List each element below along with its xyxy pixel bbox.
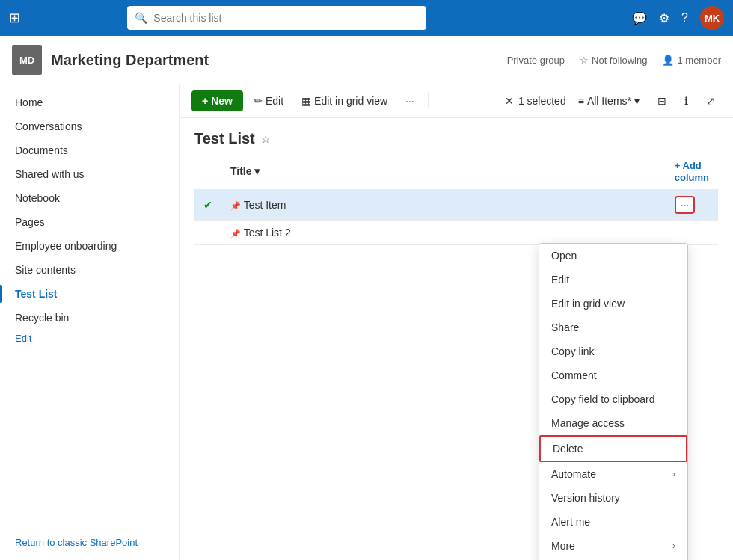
sidebar-item-recycle-bin[interactable]: Recycle bin [0,306,179,330]
edit-button[interactable]: ✏ Edit [246,90,291,111]
list-header: Test List ☆ [180,118,733,153]
sidebar-item-site-contents[interactable]: Site contents [0,258,179,282]
left-nav: Home Conversations Documents Shared with… [0,84,180,560]
menu-item-comment[interactable]: Comment [539,363,687,387]
row-title-cell: 📌 Test Item [221,190,666,221]
col-add[interactable]: + Add column [666,153,718,190]
new-button[interactable]: + New [191,90,243,111]
search-input[interactable] [153,12,419,24]
row-actions-cell: ··· [666,190,718,221]
menu-item-automate[interactable]: Automate › [539,462,687,486]
pin-icon: 📌 [230,229,241,238]
sidebar-item-documents[interactable]: Documents [0,138,179,162]
menu-item-open[interactable]: Open [539,244,687,268]
star-icon: ☆ [580,55,589,66]
edit-icon: ✏ [254,95,263,107]
site-logo: MD [12,45,42,75]
more-toolbar-button[interactable]: ··· [398,90,422,111]
expand-icon: ⤢ [706,95,715,107]
close-selected-icon[interactable]: ✕ [505,95,514,107]
sidebar-item-pages[interactable]: Pages [0,210,179,234]
view-icon: ≡ [578,95,584,107]
fullscreen-button[interactable]: ⤢ [700,92,721,110]
edit-grid-button[interactable]: ▦ Edit in grid view [294,90,395,111]
sidebar-item-shared[interactable]: Shared with us [0,162,179,186]
context-menu: Open Edit Edit in grid view Share Copy l… [539,243,688,560]
sidebar-item-home[interactable]: Home [0,90,179,114]
menu-item-copy-link[interactable]: Copy link [539,339,687,363]
main-layout: Home Conversations Documents Shared with… [0,84,733,560]
menu-item-alert-me[interactable]: Alert me [539,510,687,534]
toolbar-separator [428,93,429,108]
list-table: Title ▾ + Add column ✔ 📌 [194,153,718,245]
chat-icon[interactable]: 💬 [632,11,647,25]
sort-icon: ▾ [254,165,260,177]
filter-icon: ⊟ [657,95,666,107]
member-count: 👤 1 member [662,55,721,66]
search-box: 🔍 [127,6,426,30]
sidebar-item-conversations[interactable]: Conversations [0,114,179,138]
grid-icon: ▦ [301,95,311,107]
info-button[interactable]: ℹ [678,92,694,110]
avatar[interactable]: MK [700,6,724,30]
top-bar-right: 💬 ⚙ ? MK [632,6,724,30]
nav-edit-link[interactable]: Edit [0,330,179,347]
waffle-icon[interactable]: ⊞ [9,10,20,26]
toolbar: + New ✏ Edit ▦ Edit in grid view ··· ✕ 1… [180,84,733,118]
menu-item-delete[interactable]: Delete [539,435,687,462]
chevron-right-icon: › [672,469,675,479]
help-icon[interactable]: ? [681,11,688,25]
info-icon: ℹ [684,95,688,107]
toolbar-right: ✕ 1 selected ≡ All Items* ▾ ⊟ ℹ ⤢ [505,92,721,110]
check-icon: ✔ [203,199,212,211]
return-classic-link[interactable]: Return to classic SharePoint [0,531,179,554]
row-checkbox-cell[interactable] [194,221,221,245]
col-title[interactable]: Title ▾ [221,153,666,190]
pin-icon: 📌 [230,201,241,210]
row-title-cell: 📌 Test List 2 [221,221,666,245]
all-items-button[interactable]: ≡ All Items* ▾ [572,92,645,110]
filter-button[interactable]: ⊟ [651,92,672,110]
chevron-down-icon: ▾ [634,95,640,107]
menu-item-version-history[interactable]: Version history [539,486,687,510]
chevron-right-icon: › [672,541,675,551]
private-group-label: Private group [507,55,565,66]
site-header: MD Marketing Department Private group ☆ … [0,36,733,84]
following-status[interactable]: ☆ Not following [580,55,647,66]
content-area: + New ✏ Edit ▦ Edit in grid view ··· ✕ 1… [180,84,733,560]
row-checkbox-cell[interactable]: ✔ [194,190,221,221]
table-row: ✔ 📌 Test Item ··· [194,190,718,221]
sidebar-item-test-list[interactable]: Test List [0,282,179,306]
favorite-icon[interactable]: ☆ [261,133,271,145]
menu-item-share[interactable]: Share [539,316,687,339]
site-meta: Private group ☆ Not following 👤 1 member [507,55,721,66]
selected-badge: ✕ 1 selected [505,95,566,107]
row-actions-cell [666,221,718,245]
site-title: Marketing Department [51,52,209,69]
person-icon: 👤 [662,55,674,66]
sidebar-item-notebook[interactable]: Notebook [0,186,179,210]
page-title: Test List [194,130,255,147]
plus-icon: + [202,95,208,107]
menu-item-more[interactable]: More › [539,534,687,558]
menu-item-manage-access[interactable]: Manage access [539,411,687,435]
top-bar: ⊞ 🔍 💬 ⚙ ? MK [0,0,733,36]
menu-item-edit[interactable]: Edit [539,268,687,292]
menu-item-copy-field[interactable]: Copy field to clipboard [539,387,687,411]
row-actions-button[interactable]: ··· [675,196,696,214]
table-area: Title ▾ + Add column ✔ 📌 [180,153,733,560]
col-check [194,153,221,190]
search-icon: 🔍 [135,12,147,24]
settings-icon[interactable]: ⚙ [659,11,669,25]
sidebar-item-employee-onboarding[interactable]: Employee onboarding [0,234,179,258]
menu-item-edit-grid[interactable]: Edit in grid view [539,292,687,316]
table-row: 📌 Test List 2 [194,221,718,245]
